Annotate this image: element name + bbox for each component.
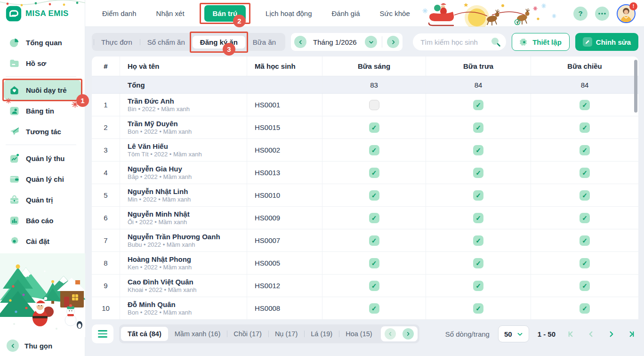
subtab-bar: Thực đơn Sổ chấm ăn Đăng ký ăn Bữa ăn xyxy=(92,33,285,51)
sidebar-item-tuong-tac[interactable]: Tương tác xyxy=(4,121,81,142)
sidebar-nav: Tổng quan Hồ sơ Nuôi dạy trẻ Bảng tin Tư… xyxy=(0,32,85,251)
sidebar-item-bao-cao[interactable]: Báo cáo xyxy=(4,210,81,231)
collapse-sidebar-button[interactable]: Thu gọn xyxy=(7,340,52,352)
lunch-checkbox[interactable] xyxy=(473,235,483,246)
last-page-button[interactable] xyxy=(628,330,636,338)
column-header-lunch: Bữa trưa xyxy=(426,57,531,76)
lunch-checkbox[interactable] xyxy=(473,100,483,110)
meal-registration-table: # Họ và tên Mã học sinh Bữa sáng Bữa trư… xyxy=(92,57,638,320)
trend-chart-icon xyxy=(8,153,20,164)
main-content: Thực đơn Sổ chấm ăn Đăng ký ăn Bữa ăn Th… xyxy=(85,27,644,356)
subtab-thuc-don[interactable]: Thực đơn xyxy=(94,36,140,49)
scroll-filters-right-button[interactable] xyxy=(402,328,414,340)
sidebar-item-quan-tri[interactable]: Quản trị xyxy=(4,189,81,210)
breakfast-checkbox[interactable] xyxy=(369,122,379,133)
next-month-button[interactable] xyxy=(387,36,399,48)
rows-per-page-select[interactable]: 50 xyxy=(498,325,529,342)
dinner-checkbox[interactable] xyxy=(580,235,590,246)
column-header-code: Mã học sinh xyxy=(247,57,322,76)
tab-nhan-xet[interactable]: Nhận xét xyxy=(156,9,185,17)
student-subinfo: Ken • 2022 • Mầm xanh xyxy=(128,264,192,271)
breakfast-checkbox[interactable] xyxy=(369,235,379,246)
dinner-checkbox[interactable] xyxy=(580,258,590,268)
student-code: HS0013 xyxy=(247,162,322,184)
annotation-step-1-badge: 1 xyxy=(76,94,89,107)
breakfast-checkbox[interactable] xyxy=(369,281,379,291)
next-page-button[interactable] xyxy=(607,330,615,338)
sidebar-item-tong-quan[interactable]: Tổng quan xyxy=(4,32,81,53)
breakfast-checkbox[interactable] xyxy=(369,213,379,223)
table-scrollbar[interactable] xyxy=(634,60,637,113)
dinner-checkbox[interactable] xyxy=(580,281,590,291)
filter-la[interactable]: Lá (19) xyxy=(304,327,339,341)
student-subinfo: Bắp • 2022 • Mầm xanh xyxy=(128,174,192,180)
breakfast-checkbox[interactable] xyxy=(369,303,379,314)
lunch-checkbox[interactable] xyxy=(473,213,483,223)
first-page-button[interactable] xyxy=(567,330,575,338)
collapse-label: Thu gọn xyxy=(24,342,52,350)
sidebar-item-quan-ly-chi[interactable]: Quản lý chi xyxy=(4,169,81,189)
dinner-checkbox[interactable] xyxy=(580,145,590,155)
subtab-bua-an[interactable]: Bữa ăn xyxy=(245,36,283,49)
previous-page-button[interactable] xyxy=(587,330,595,338)
dinner-checkbox[interactable] xyxy=(580,100,590,110)
row-index: 3 xyxy=(92,139,120,161)
student-subinfo: Bubu • 2022 • Mầm xanh xyxy=(128,242,195,248)
table-row: 7 Nguyễn Trần Phương Oanh Bubu • 2022 • … xyxy=(92,229,638,252)
app-logo[interactable]: MISA EMIS xyxy=(6,6,69,22)
tab-danh-gia[interactable]: Đánh giá xyxy=(332,9,360,17)
subtab-dang-ky-an[interactable]: Đăng ký ăn xyxy=(193,36,245,49)
dinner-checkbox[interactable] xyxy=(580,213,590,223)
previous-month-button[interactable] xyxy=(294,36,306,48)
lunch-checkbox[interactable] xyxy=(473,122,483,133)
filter-hoa[interactable]: Hoa (15) xyxy=(339,327,378,341)
sidebar: MISA EMIS Tổng quan Hồ sơ Nuôi dạy trẻ B… xyxy=(0,0,85,356)
lunch-checkbox[interactable] xyxy=(473,258,483,268)
bar-chart-icon xyxy=(8,215,20,226)
row-index: 10 xyxy=(92,297,120,319)
lunch-checkbox[interactable] xyxy=(473,168,483,178)
breakfast-checkbox[interactable] xyxy=(369,145,379,155)
breakfast-checkbox[interactable] xyxy=(369,100,379,110)
filter-scroll-arrows xyxy=(381,326,418,341)
filter-tat-ca[interactable]: Tất cả (84) xyxy=(121,327,168,341)
filter-nu[interactable]: Nụ (17) xyxy=(268,327,304,341)
sidebar-item-ho-so[interactable]: Hồ sơ xyxy=(4,53,81,73)
help-button[interactable]: ? xyxy=(573,7,588,21)
column-header-name: Họ và tên xyxy=(120,57,247,76)
sidebar-item-bang-tin[interactable]: Bảng tin xyxy=(4,100,81,121)
subtab-so-cham-an[interactable]: Sổ chấm ăn xyxy=(140,36,193,49)
lunch-checkbox[interactable] xyxy=(473,303,483,314)
lunch-checkbox[interactable] xyxy=(473,190,483,201)
christmas-banner-decor xyxy=(420,0,562,27)
table-row: 1 Trần Đức Anh Bin • 2022 • Mầm xanh HS0… xyxy=(92,94,638,116)
month-label[interactable]: Tháng 1/2026 xyxy=(311,38,360,46)
lunch-checkbox[interactable] xyxy=(473,145,483,155)
filter-choi[interactable]: Chồi (17) xyxy=(227,327,268,341)
dinner-checkbox[interactable] xyxy=(580,122,590,133)
breakfast-checkbox[interactable] xyxy=(369,258,379,268)
setup-label: Thiết lập xyxy=(532,38,562,46)
edit-button[interactable]: Chỉnh sửa xyxy=(575,33,638,51)
filter-mam-xanh[interactable]: Mầm xanh (16) xyxy=(168,327,227,341)
tab-suc-khoe[interactable]: Sức khỏe xyxy=(380,9,410,17)
breakfast-checkbox[interactable] xyxy=(369,190,379,201)
question-mark-icon: ? xyxy=(578,9,582,17)
scroll-filters-left-button[interactable] xyxy=(385,328,396,340)
sidebar-item-nuoi-day-tre[interactable]: Nuôi dạy trẻ xyxy=(4,80,81,100)
tab-diem-danh[interactable]: Điểm danh xyxy=(102,9,137,17)
breakfast-checkbox[interactable] xyxy=(369,168,379,178)
more-options-button[interactable] xyxy=(595,7,609,21)
dinner-checkbox[interactable] xyxy=(580,168,590,178)
search-icon[interactable] xyxy=(490,36,501,48)
dinner-checkbox[interactable] xyxy=(580,190,590,201)
class-filter-bar: Tất cả (84) Mầm xanh (16) Chồi (17) Nụ (… xyxy=(119,324,419,343)
month-dropdown-button[interactable] xyxy=(365,36,377,48)
setup-button[interactable]: Thiết lập xyxy=(512,33,570,51)
sidebar-item-cai-dat[interactable]: Cài đặt xyxy=(4,231,81,251)
tab-lich-hoat-dong[interactable]: Lịch hoạt động xyxy=(266,9,312,17)
sidebar-item-quan-ly-thu[interactable]: Quản lý thu xyxy=(4,148,81,169)
lunch-checkbox[interactable] xyxy=(473,281,483,291)
class-menu-button[interactable] xyxy=(92,324,113,343)
dinner-checkbox[interactable] xyxy=(580,303,590,314)
